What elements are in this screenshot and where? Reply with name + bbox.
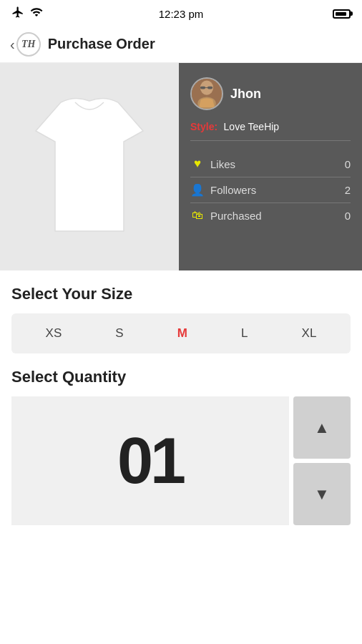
page-title: Purchase Order: [48, 36, 155, 52]
quantity-control: 01 ▲ ▼: [11, 396, 351, 525]
likes-left: ♥ Likes: [190, 157, 235, 171]
followers-label: Followers: [210, 184, 256, 196]
style-value: Love TeeHip: [224, 121, 280, 132]
quantity-section-title: Select Quantity: [11, 368, 351, 386]
battery-icon: [333, 9, 351, 19]
quantity-display: 01: [11, 396, 289, 525]
style-label: Style:: [190, 121, 217, 132]
decrement-icon: ▼: [314, 485, 330, 504]
seller-avatar: [190, 77, 223, 110]
avatar-image: [192, 79, 222, 109]
size-s[interactable]: S: [109, 323, 129, 343]
tshirt-image: [18, 88, 161, 245]
purchased-icon: 🛍: [190, 209, 205, 222]
style-row: Style: Love TeeHip: [190, 120, 351, 141]
size-section-title: Select Your Size: [11, 285, 351, 303]
purchased-label: Purchased: [210, 210, 262, 222]
increment-button[interactable]: ▲: [293, 396, 351, 459]
nav-bar: ‹ TH Purchase Order: [0, 26, 362, 63]
size-l[interactable]: L: [235, 323, 253, 343]
status-left: [11, 6, 43, 21]
status-bar: 12:23 pm: [0, 0, 362, 26]
size-selector: XS S M L XL: [11, 313, 351, 353]
size-m[interactable]: M: [172, 323, 193, 343]
seller-row: Jhon: [190, 77, 351, 110]
size-xs[interactable]: XS: [40, 323, 68, 343]
main-content: Select Your Size XS S M L XL Select Quan…: [0, 285, 362, 525]
followers-row: 👤 Followers 2: [190, 177, 351, 203]
product-info: Jhon Style: Love TeeHip ♥ Likes 0 👤 Foll…: [179, 63, 362, 270]
followers-icon: 👤: [190, 183, 205, 197]
status-right: [333, 9, 351, 19]
back-chevron-icon: ‹: [10, 37, 15, 52]
likes-icon: ♥: [190, 157, 205, 171]
plane-icon: [11, 6, 24, 21]
purchased-left: 🛍 Purchased: [190, 209, 262, 222]
followers-value: 2: [345, 184, 351, 196]
logo-text: TH: [21, 39, 35, 50]
back-button[interactable]: ‹: [10, 37, 15, 52]
purchased-row: 🛍 Purchased 0: [190, 203, 351, 228]
size-section: Select Your Size XS S M L XL: [11, 285, 351, 353]
likes-row: ♥ Likes 0: [190, 151, 351, 177]
decrement-button[interactable]: ▼: [293, 463, 351, 525]
svg-rect-2: [200, 87, 205, 89]
product-section: Jhon Style: Love TeeHip ♥ Likes 0 👤 Foll…: [0, 63, 362, 270]
wifi-icon: [30, 6, 43, 21]
followers-left: 👤 Followers: [190, 183, 256, 197]
status-time: 12:23 pm: [159, 8, 204, 20]
svg-rect-3: [207, 87, 212, 89]
increment-icon: ▲: [314, 419, 330, 437]
seller-name: Jhon: [230, 87, 261, 102]
likes-label: Likes: [210, 158, 235, 170]
likes-value: 0: [345, 158, 351, 170]
product-image: [0, 63, 179, 270]
brand-logo: TH: [16, 32, 41, 57]
purchased-value: 0: [345, 210, 351, 222]
quantity-section: Select Quantity 01 ▲ ▼: [11, 368, 351, 525]
size-xl[interactable]: XL: [296, 323, 323, 343]
quantity-buttons: ▲ ▼: [293, 396, 351, 525]
